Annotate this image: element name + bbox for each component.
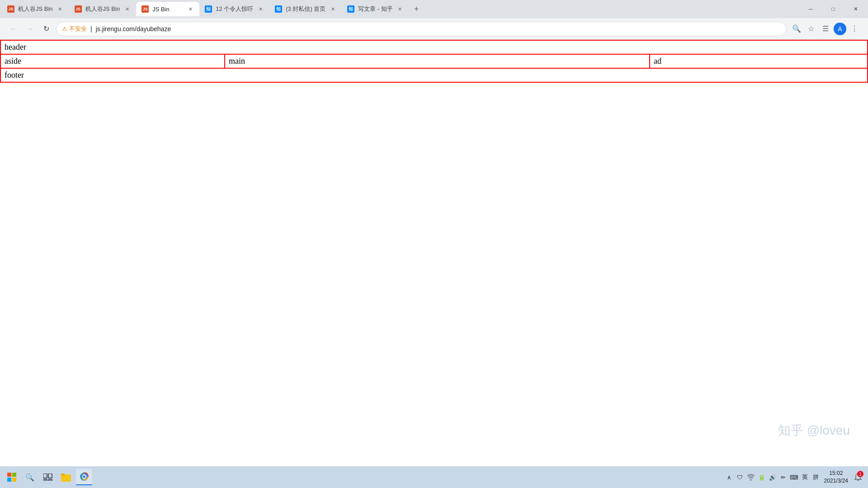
svg-rect-4 bbox=[43, 474, 47, 478]
tab-jirengubin1[interactable]: JS 机人谷JS Bin ✕ bbox=[2, 2, 69, 16]
new-tab-button[interactable]: + bbox=[409, 2, 424, 16]
tab-favicon-zhihu3: 知 bbox=[347, 5, 354, 13]
tray-wifi-icon[interactable] bbox=[746, 473, 755, 482]
tab-favicon-jsbin1: JS bbox=[7, 5, 14, 13]
layout-footer: footer bbox=[0, 69, 868, 83]
tab-zhihu2[interactable]: 知 (3 封私信) 首页 ✕ bbox=[269, 2, 342, 16]
toolbar-icons: 🔍 ☆ ☰ A ⋮ bbox=[790, 23, 861, 35]
tab-search-icon[interactable]: ☰ bbox=[819, 23, 832, 35]
svg-rect-5 bbox=[48, 474, 52, 478]
tab-jsbin-active[interactable]: JS JS Bin ✕ bbox=[136, 2, 199, 16]
tab-label-5: (3 封私信) 首页 bbox=[286, 5, 326, 13]
file-explorer-button[interactable] bbox=[58, 469, 74, 485]
back-button[interactable]: ← bbox=[7, 23, 20, 35]
tab-close-1[interactable]: ✕ bbox=[57, 5, 64, 13]
taskbar: 🔍 bbox=[0, 466, 868, 488]
notification-badge: 1 bbox=[857, 471, 863, 477]
layout-main: main bbox=[225, 55, 650, 68]
svg-point-14 bbox=[750, 479, 751, 481]
menu-icon[interactable]: ⋮ bbox=[848, 23, 861, 35]
tab-label-4: 12 个令人惊吓 bbox=[216, 5, 253, 13]
windows-logo-icon bbox=[7, 473, 16, 482]
tray-ime-lang[interactable]: 英 bbox=[801, 473, 810, 482]
layout-aside: aside bbox=[1, 55, 225, 68]
task-view-icon bbox=[43, 474, 52, 481]
aside-text: aside bbox=[5, 56, 21, 66]
tab-close-2[interactable]: ✕ bbox=[123, 5, 131, 13]
taskbar-search-button[interactable]: 🔍 bbox=[22, 469, 38, 485]
reload-button[interactable]: ↻ bbox=[40, 23, 52, 35]
search-icon[interactable]: 🔍 bbox=[790, 23, 803, 35]
svg-rect-7 bbox=[48, 479, 52, 481]
tray-chevron[interactable]: ∧ bbox=[725, 473, 734, 482]
chrome-icon bbox=[80, 472, 89, 481]
svg-rect-3 bbox=[12, 478, 16, 482]
task-view-button[interactable] bbox=[40, 469, 56, 485]
tab-favicon-jsbin3: JS bbox=[142, 5, 149, 13]
window-controls: ─ □ ✕ bbox=[800, 2, 866, 16]
tray-pen-icon[interactable]: ✏ bbox=[779, 473, 788, 482]
browser-window: JS 机人谷JS Bin ✕ JS 机人谷JS Bin ✕ JS JS Bin … bbox=[0, 0, 868, 488]
system-tray: ∧ 🛡 🔋 🔊 ✏ ⌨ 英 拼 15:02 2021/3/24 bbox=[725, 469, 864, 485]
bookmark-icon[interactable]: ☆ bbox=[805, 23, 817, 35]
tab-label-2: 机人谷JS Bin bbox=[85, 5, 120, 13]
tab-zhihu1[interactable]: 知 12 个令人惊吓 ✕ bbox=[199, 2, 269, 16]
page-content: header aside main ad footer 知乎 @loveu bbox=[0, 40, 868, 466]
notification-button[interactable]: 1 bbox=[852, 469, 864, 485]
svg-rect-1 bbox=[12, 473, 16, 477]
chrome-button[interactable] bbox=[76, 469, 92, 485]
tab-zhihu3[interactable]: 知 写文章 - 知乎 ✕ bbox=[342, 2, 409, 16]
warning-icon: ⚠ bbox=[62, 25, 67, 32]
ad-text: ad bbox=[654, 56, 661, 66]
tab-label-1: 机人谷JS Bin bbox=[18, 5, 53, 13]
security-label: 不安全 bbox=[69, 25, 87, 33]
url-bar[interactable]: ⚠ 不安全 | js.jirengu.com/dayubehaze bbox=[56, 22, 787, 36]
close-button[interactable]: ✕ bbox=[845, 2, 866, 16]
minimize-button[interactable]: ─ bbox=[800, 2, 821, 16]
tab-favicon-zhihu2: 知 bbox=[275, 5, 282, 13]
tab-label-3: JS Bin bbox=[152, 6, 183, 13]
svg-point-13 bbox=[83, 475, 85, 478]
watermark-text: 知乎 @loveu bbox=[778, 423, 850, 437]
tray-volume-icon[interactable]: 🔊 bbox=[768, 473, 777, 482]
tab-label-6: 写文章 - 知乎 bbox=[358, 5, 393, 13]
url-text: js.jirengu.com/dayubehaze bbox=[96, 25, 781, 33]
footer-text: footer bbox=[5, 70, 24, 80]
tray-security-icon[interactable]: 🛡 bbox=[736, 473, 745, 482]
tab-close-3[interactable]: ✕ bbox=[187, 5, 194, 13]
tray-battery-icon[interactable]: 🔋 bbox=[757, 473, 766, 482]
wifi-icon bbox=[747, 474, 755, 481]
svg-rect-2 bbox=[7, 478, 11, 482]
svg-rect-10 bbox=[61, 474, 65, 475]
zhihu-watermark: 知乎 @loveu bbox=[778, 422, 850, 439]
address-bar: ← → ↻ ⚠ 不安全 | js.jirengu.com/dayubehaze … bbox=[0, 18, 868, 40]
taskbar-clock[interactable]: 15:02 2021/3/24 bbox=[822, 469, 850, 485]
title-bar: JS 机人谷JS Bin ✕ JS 机人谷JS Bin ✕ JS JS Bin … bbox=[0, 0, 868, 18]
clock-date: 2021/3/24 bbox=[824, 477, 848, 485]
tab-close-5[interactable]: ✕ bbox=[329, 5, 336, 13]
tab-jirengubin2[interactable]: JS 机人谷JS Bin ✕ bbox=[69, 2, 137, 16]
security-indicator: ⚠ 不安全 bbox=[62, 25, 87, 33]
tray-ime-mode[interactable]: 拼 bbox=[811, 473, 821, 482]
url-separator: | bbox=[90, 25, 92, 33]
folder-icon bbox=[61, 473, 71, 482]
svg-rect-0 bbox=[7, 473, 11, 477]
tray-keyboard-icon[interactable]: ⌨ bbox=[790, 473, 799, 482]
tab-favicon-zhihu1: 知 bbox=[205, 5, 212, 13]
tab-favicon-jsbin2: JS bbox=[75, 5, 82, 13]
profile-button[interactable]: A bbox=[834, 23, 846, 35]
main-text: main bbox=[229, 56, 245, 66]
tab-close-6[interactable]: ✕ bbox=[396, 5, 404, 13]
clock-time: 15:02 bbox=[824, 469, 848, 477]
layout-header: header bbox=[0, 40, 868, 55]
maximize-button[interactable]: □ bbox=[823, 2, 844, 16]
svg-rect-6 bbox=[43, 479, 47, 481]
tab-close-4[interactable]: ✕ bbox=[257, 5, 264, 13]
start-button[interactable] bbox=[4, 469, 20, 485]
layout-row: aside main ad bbox=[0, 55, 868, 69]
forward-button[interactable]: → bbox=[24, 23, 36, 35]
header-text: header bbox=[5, 42, 26, 52]
layout-ad: ad bbox=[650, 55, 867, 68]
